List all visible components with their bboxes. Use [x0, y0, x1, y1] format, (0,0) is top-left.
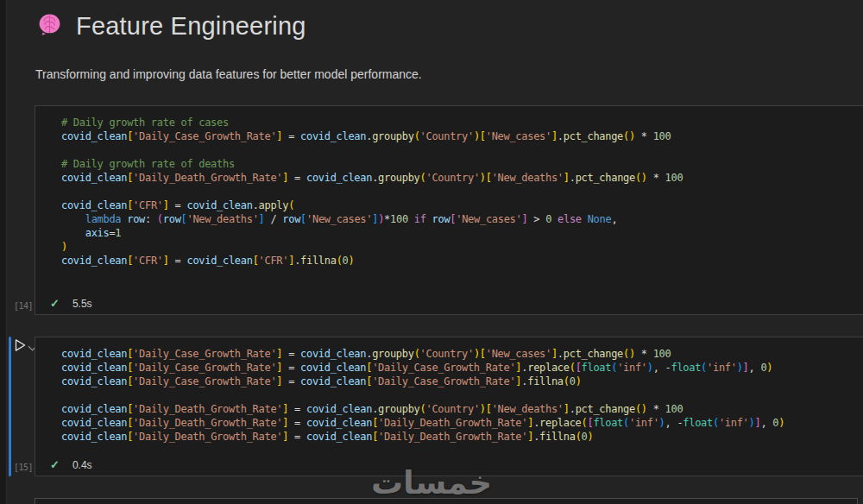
code-line: covid_clean['Daily_Death_Growth_Rate'] =…	[61, 430, 863, 444]
code-line: # Daily growth rate of cases	[61, 116, 863, 129]
success-check-icon: ✓	[50, 297, 60, 310]
code-line: covid_clean['Daily_Case_Growth_Rate'] = …	[61, 375, 863, 388]
code-line: covid_clean['Daily_Case_Growth_Rate'] = …	[61, 129, 863, 143]
code-line	[61, 185, 863, 198]
code-line: covid_clean['Daily_Death_Growth_Rate'] =…	[61, 402, 863, 416]
code-line: covid_clean['Daily_Case_Growth_Rate'] = …	[61, 361, 863, 375]
selected-cell-indicator	[9, 337, 11, 476]
code-line: lambda row: (row['New_deaths'] / row['Ne…	[61, 212, 863, 226]
brain-emoji-icon	[36, 11, 63, 41]
editor-left-gutter	[0, 0, 7, 504]
code-editor-2[interactable]: covid_clean['Daily_Case_Growth_Rate'] = …	[35, 337, 863, 444]
code-line	[61, 143, 863, 157]
success-check-icon: ✓	[50, 458, 60, 471]
cell-2-status-bar: ✓ 0.4s	[50, 458, 92, 471]
cell-1-execution-count: [14]	[14, 301, 40, 311]
cell-1-status-bar: ✓ 5.5s	[50, 297, 92, 310]
code-line: axis=1	[61, 226, 863, 240]
code-line: covid_clean['Daily_Case_Growth_Rate'] = …	[61, 347, 863, 361]
page-title: Feature Engineering	[76, 12, 306, 41]
cell-1-duration: 5.5s	[72, 298, 92, 310]
code-line: covid_clean['CFR'] = covid_clean.apply(	[61, 198, 863, 212]
page-subtitle: Transforming and improving data features…	[35, 67, 422, 81]
code-cell-2: covid_clean['Daily_Case_Growth_Rate'] = …	[35, 337, 863, 476]
markdown-header: Feature Engineering	[36, 11, 306, 41]
code-line: covid_clean['CFR'] = covid_clean['CFR'].…	[61, 254, 863, 268]
code-line: covid_clean['Daily_Death_Growth_Rate'] =…	[61, 416, 863, 430]
cell-2-execution-count: [15]	[14, 463, 40, 472]
run-cell-button[interactable]	[12, 337, 35, 356]
code-line: covid_clean['Daily_Death_Growth_Rate'] =…	[61, 171, 863, 185]
notebook-page: Feature Engineering Transforming and imp…	[0, 0, 863, 504]
code-line: # Daily growth rate of deaths	[61, 157, 863, 171]
code-cell-1: # Daily growth rate of casescovid_clean[…	[35, 105, 863, 315]
code-cell-3-partial[interactable]	[35, 498, 858, 504]
code-line: )	[61, 240, 863, 254]
cell-2-duration: 0.4s	[72, 459, 92, 471]
code-line	[61, 388, 863, 402]
code-editor-1[interactable]: # Daily growth rate of casescovid_clean[…	[35, 106, 863, 268]
run-cell-icon[interactable]	[12, 337, 28, 356]
